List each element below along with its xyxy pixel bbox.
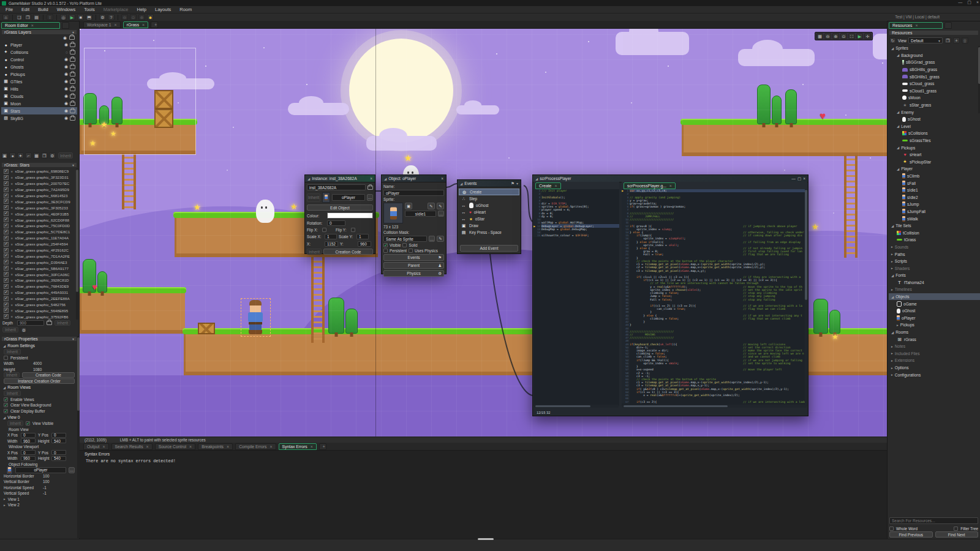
layer-stars[interactable]: ▣Stars◉: [1, 107, 77, 114]
add-instance-layer-icon[interactable]: ●: [9, 152, 16, 159]
star-asset-row[interactable]: ★sStar_grass graphic_76843DE9: [1, 283, 75, 290]
tree-group-player[interactable]: ◢Player: [889, 165, 980, 173]
tree-item-tcollision[interactable]: tCollision: [889, 229, 980, 236]
tree-group-enemy[interactable]: ◢Enemy: [889, 108, 980, 116]
vspeed-value[interactable]: -1: [43, 491, 47, 495]
solid-checkbox[interactable]: [402, 243, 407, 247]
stars-panel-header[interactable]: rGrass: Stars▾: [1, 162, 77, 168]
tree-item-sidle2[interactable]: sIdle2: [889, 193, 980, 201]
layer-skybg[interactable]: ▨SkyBG◉: [1, 114, 77, 122]
parent-button[interactable]: Parent♟: [383, 262, 444, 269]
visibility-icon[interactable]: ◉: [64, 72, 68, 77]
asset-checkbox[interactable]: [4, 193, 9, 198]
visibility-icon[interactable]: ◉: [64, 57, 68, 62]
star-asset-row[interactable]: ★sStar_grass graphic_D394AE3: [1, 259, 75, 265]
sprite-thumbnail[interactable]: [383, 203, 403, 223]
find-next-button[interactable]: Find Next: [935, 531, 979, 538]
run-room-icon[interactable]: ▶: [856, 33, 863, 39]
stop-icon[interactable]: ■: [77, 14, 84, 20]
close-button[interactable]: ×: [976, 0, 979, 5]
output-tab-search-results[interactable]: Search Results×: [111, 443, 153, 450]
tree-item-smoon[interactable]: sMoon: [889, 94, 980, 102]
target-icon[interactable]: ◎: [60, 14, 67, 20]
star-asset-row[interactable]: ★sStar_grass graphic_75C0FD0D: [1, 223, 75, 229]
persistent-checkbox[interactable]: [383, 249, 388, 253]
hborder-value[interactable]: 100: [43, 474, 50, 478]
asset-checkbox[interactable]: [4, 223, 9, 228]
close-icon[interactable]: ×: [270, 444, 272, 449]
star-asset-row[interactable]: ★sStar_grass graphic_7A2A95D9: [1, 187, 75, 193]
search-resources-input[interactable]: [889, 517, 978, 524]
tree-group-included-files[interactable]: ▸Included Files: [889, 350, 980, 358]
add-asset-layer-icon[interactable]: ✦: [17, 152, 24, 159]
maximize-icon[interactable]: ▢: [797, 176, 801, 181]
code-area-create[interactable]: 1/// Init player23InitGlobals();45dir = …: [533, 189, 619, 406]
tree-item-sbggrad-grass[interactable]: sBGGrad_grass: [889, 59, 980, 66]
event-oghost[interactable]: ↔oGhost: [459, 202, 519, 209]
output-tab-syntax-errors[interactable]: Syntax Errors×: [279, 443, 317, 450]
tree-item-oghost[interactable]: oGhost: [889, 307, 980, 315]
expand-icon[interactable]: ▸: [891, 260, 893, 263]
tab-resources[interactable]: Resources×: [889, 22, 943, 29]
visibility-icon[interactable]: ◉: [64, 101, 68, 106]
layer-inherit-button[interactable]: Inherit: [58, 152, 73, 159]
cam-h-input[interactable]: 540: [51, 438, 66, 443]
rotation-input[interactable]: 0: [327, 220, 345, 226]
refresh-icon[interactable]: ↻: [889, 37, 896, 43]
asset-checkbox[interactable]: [4, 302, 9, 307]
section-view0[interactable]: ◢View 0: [1, 414, 77, 421]
event-step[interactable]: ∴Step: [459, 195, 519, 202]
lock-icon[interactable]: [70, 58, 75, 62]
expand-icon[interactable]: ▸: [891, 366, 893, 370]
code-hscrollbar-right[interactable]: [622, 405, 807, 408]
new-sprite-button[interactable]: ▣: [405, 203, 412, 209]
expand-icon[interactable]: ▸: [891, 373, 893, 377]
close-icon[interactable]: ×: [146, 444, 149, 449]
tab-scrprocessplayer[interactable]: scrProcessPlayer.g...×: [624, 182, 676, 189]
menu-room[interactable]: Room: [179, 7, 192, 12]
instance-object-dropdown[interactable]: oPlayer: [332, 194, 365, 201]
output-tab-breakpoints[interactable]: Breakpoints×: [198, 443, 233, 450]
star-asset-row[interactable]: ★sStar_grass graphic_30FCA06C: [1, 271, 75, 277]
events-window-titlebar[interactable]: ◢ Events ⚑ ▾: [458, 180, 521, 187]
physics-button[interactable]: Physics⚙: [383, 270, 444, 277]
find-previous-button[interactable]: Find Previous: [889, 531, 933, 538]
visibility-icon[interactable]: ◉: [64, 94, 68, 99]
tree-item-tgrass[interactable]: tGrass: [889, 236, 980, 244]
instance-creation-code-button[interactable]: Creation Code: [323, 249, 373, 255]
collapse-icon[interactable]: ◢: [535, 177, 538, 181]
tree-item-sjumpfall[interactable]: sJumpFall: [889, 208, 980, 216]
view1-group[interactable]: View 1: [8, 497, 20, 501]
star-asset-row[interactable]: ★sStar_grass graphic_2EEFE88A: [1, 296, 75, 302]
tab-rgrass[interactable]: rGrass×: [123, 21, 149, 28]
chevron-down-icon[interactable]: ▾: [516, 181, 518, 186]
lock-icon[interactable]: [47, 321, 52, 325]
object-name-input[interactable]: oPlayer: [383, 190, 444, 196]
star-asset-row[interactable]: ★sStar_grass graphic_69808EC9: [1, 168, 75, 174]
tree-group-timelines[interactable]: ▸Timelines: [889, 286, 980, 293]
asset-checkbox[interactable]: [4, 236, 9, 241]
layer-control[interactable]: ●Control◉: [1, 56, 77, 63]
asset-checkbox[interactable]: [4, 272, 9, 277]
cc-inherit-button[interactable]: Inherit: [4, 372, 20, 378]
flipy-checkbox[interactable]: [351, 228, 355, 232]
y-input[interactable]: 960: [358, 241, 371, 247]
tab-workspace1[interactable]: Workspace 1×: [83, 21, 121, 28]
player-instance[interactable]: [243, 300, 268, 334]
collapse-icon[interactable]: ◢: [897, 53, 899, 57]
lock-icon[interactable]: [70, 109, 75, 113]
visibility-all-icon[interactable]: ◉: [63, 36, 67, 40]
tree-group-objects[interactable]: ◢Objects: [889, 293, 980, 301]
collapse-icon[interactable]: ◢: [307, 177, 310, 181]
tab-create-event[interactable]: Create×: [535, 182, 561, 189]
star-list-scrollbar[interactable]: [76, 168, 78, 320]
clear-view-bg-checkbox[interactable]: [4, 403, 8, 407]
add-bg-layer-icon[interactable]: ▣: [1, 152, 8, 159]
tree-item-oplayer[interactable]: oPlayer: [889, 315, 980, 322]
event-key-press-space[interactable]: ▤Key Press - Space: [459, 229, 519, 236]
asset-checkbox[interactable]: [4, 284, 9, 289]
maximize-button[interactable]: ▢: [967, 0, 971, 5]
tree-group-tile-sets[interactable]: ◢Tile Sets: [889, 222, 980, 230]
tree-item-sstar-grass[interactable]: ★sStar_grass: [889, 102, 980, 109]
section-room-views[interactable]: ◢Room Views: [1, 384, 77, 391]
